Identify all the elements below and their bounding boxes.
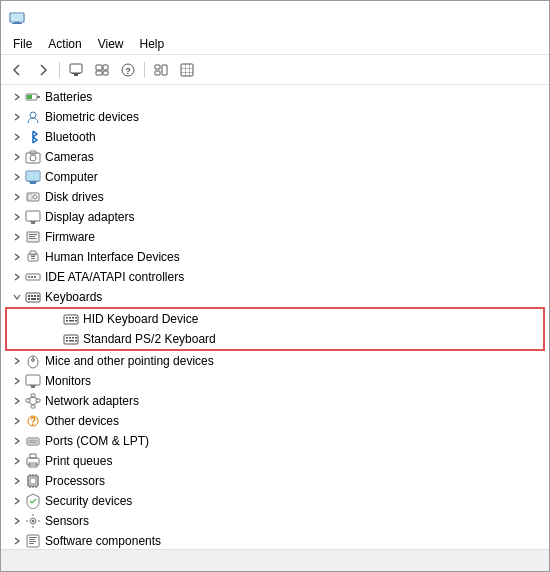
menu-help[interactable]: Help [132, 35, 173, 53]
menu-bar: File Action View Help [1, 33, 549, 55]
label-network: Network adapters [45, 394, 549, 408]
tree-item-network[interactable]: Network adapters [1, 391, 549, 411]
maximize-button[interactable] [447, 8, 493, 28]
tree-item-bluetooth[interactable]: Bluetooth [1, 127, 549, 147]
device-manager-window: File Action View Help [0, 0, 550, 572]
label-monitors: Monitors [45, 374, 549, 388]
svg-rect-23 [27, 95, 32, 99]
icon-network [25, 393, 41, 409]
expand-arrow-ideata[interactable] [9, 269, 25, 285]
menu-view[interactable]: View [90, 35, 132, 53]
svg-rect-5 [72, 73, 80, 74]
tree-item-security[interactable]: Security devices [1, 491, 549, 511]
expand-arrow-sensors[interactable] [9, 513, 25, 529]
menu-action[interactable]: Action [40, 35, 89, 53]
tree-item-processors[interactable]: Processors [1, 471, 549, 491]
svg-rect-20 [181, 72, 193, 73]
toolbar-help-btn[interactable]: ? [116, 59, 140, 81]
expand-arrow-monitors[interactable] [9, 373, 25, 389]
svg-rect-41 [29, 238, 36, 239]
label-mice: Mice and other pointing devices [45, 354, 549, 368]
device-tree[interactable]: BatteriesBiometric devicesBluetoothCamer… [1, 85, 549, 549]
svg-rect-16 [181, 64, 193, 76]
tree-item-displayadapters[interactable]: Display adapters [1, 207, 549, 227]
tree-item-batteries[interactable]: Batteries [1, 87, 549, 107]
expand-arrow-security[interactable] [9, 493, 25, 509]
svg-text:?: ? [125, 66, 131, 76]
label-bluetooth: Bluetooth [45, 130, 549, 144]
toolbar-btn-3[interactable] [149, 59, 173, 81]
tree-item-softwarecomp[interactable]: Software components [1, 531, 549, 549]
expand-arrow-processors[interactable] [9, 473, 25, 489]
svg-rect-73 [75, 340, 77, 342]
svg-rect-2 [12, 23, 22, 24]
svg-rect-7 [96, 65, 102, 70]
svg-rect-58 [64, 315, 78, 324]
back-button[interactable] [5, 59, 29, 81]
label-otherdevices: Other devices [45, 414, 549, 428]
tree-item-mice[interactable]: Mice and other pointing devices [1, 351, 549, 371]
toolbar-btn-1[interactable] [64, 59, 88, 81]
expand-arrow-bluetooth[interactable] [9, 129, 25, 145]
expand-arrow-keyboards[interactable] [9, 289, 25, 305]
toolbar-btn-2[interactable] [90, 59, 114, 81]
svg-rect-49 [34, 276, 36, 278]
expand-arrow-standard-keyboard[interactable] [47, 331, 63, 347]
minimize-button[interactable] [399, 8, 445, 28]
tree-item-cameras[interactable]: Cameras [1, 147, 549, 167]
toolbar: ? [1, 55, 549, 85]
tree-item-standard-keyboard[interactable]: Standard PS/2 Keyboard [7, 329, 543, 349]
tree-item-otherdevices[interactable]: ?Other devices [1, 411, 549, 431]
toolbar-btn-4[interactable] [175, 59, 199, 81]
label-batteries: Batteries [45, 90, 549, 104]
toolbar-separator-2 [144, 62, 145, 78]
expand-arrow-diskdrives[interactable] [9, 189, 25, 205]
expand-arrow-batteries[interactable] [9, 89, 25, 105]
tree-item-biometric[interactable]: Biometric devices [1, 107, 549, 127]
expand-arrow-softwarecomp[interactable] [9, 533, 25, 549]
tree-item-hid[interactable]: Human Interface Devices [1, 247, 549, 267]
icon-security [25, 493, 41, 509]
expand-arrow-otherdevices[interactable] [9, 413, 25, 429]
label-computer: Computer [45, 170, 549, 184]
tree-item-hid-keyboard[interactable]: HID Keyboard Device [7, 309, 543, 329]
svg-rect-45 [31, 258, 35, 259]
svg-rect-77 [26, 375, 40, 385]
tree-item-firmware[interactable]: Firmware [1, 227, 549, 247]
tree-item-computer[interactable]: Computer [1, 167, 549, 187]
tree-item-monitors[interactable]: Monitors [1, 371, 549, 391]
icon-keyboards [25, 289, 41, 305]
svg-rect-91 [29, 440, 31, 443]
icon-hid [25, 249, 41, 265]
label-cameras: Cameras [45, 150, 549, 164]
tree-item-keyboards[interactable]: Keyboards [1, 287, 549, 307]
expand-arrow-cameras[interactable] [9, 149, 25, 165]
tree-item-sensors[interactable]: Sensors [1, 511, 549, 531]
forward-button[interactable] [31, 59, 55, 81]
tree-item-diskdrives[interactable]: Disk drives [1, 187, 549, 207]
close-button[interactable] [495, 8, 541, 28]
svg-text:?: ? [30, 416, 36, 427]
tree-item-printqueues[interactable]: Print queues [1, 451, 549, 471]
svg-rect-53 [34, 295, 36, 297]
expand-arrow-mice[interactable] [9, 353, 25, 369]
label-diskdrives: Disk drives [45, 190, 549, 204]
expand-arrow-network[interactable] [9, 393, 25, 409]
svg-rect-62 [75, 317, 77, 319]
label-firmware: Firmware [45, 230, 549, 244]
expand-arrow-hid[interactable] [9, 249, 25, 265]
expand-arrow-printqueues[interactable] [9, 453, 25, 469]
svg-rect-67 [66, 337, 68, 339]
expand-arrow-computer[interactable] [9, 169, 25, 185]
expand-arrow-displayadapters[interactable] [9, 209, 25, 225]
expand-arrow-firmware[interactable] [9, 229, 25, 245]
menu-file[interactable]: File [5, 35, 40, 53]
label-standard-keyboard: Standard PS/2 Keyboard [83, 332, 543, 346]
expand-arrow-hid-keyboard[interactable] [47, 311, 63, 327]
tree-item-ports[interactable]: Ports (COM & LPT) [1, 431, 549, 451]
svg-line-84 [28, 397, 33, 399]
expand-arrow-biometric[interactable] [9, 109, 25, 125]
icon-cameras [25, 149, 41, 165]
expand-arrow-ports[interactable] [9, 433, 25, 449]
tree-item-ideata[interactable]: IDE ATA/ATAPI controllers [1, 267, 549, 287]
